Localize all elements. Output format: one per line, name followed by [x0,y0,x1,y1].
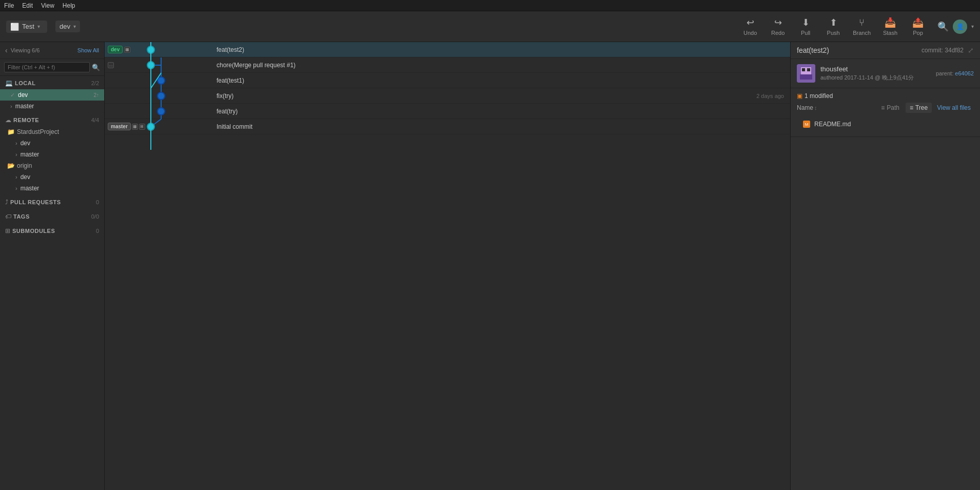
pop-button[interactable]: 📤 Pop [905,14,931,39]
local-section-title: LOCAL [15,80,89,86]
menu-view[interactable]: View [41,2,54,9]
commit-row-5[interactable]: feat(try) [105,104,790,119]
name-label: Name [797,104,813,111]
commit-msg-1: feat(test2) [212,46,784,53]
modified-section: ▣ 1 modified Name ↕ ≡ Path ≡ Tree View a… [791,88,980,137]
svg-point-16 [158,92,165,100]
stash-label: Stash [883,30,897,36]
menu-file[interactable]: File [4,2,14,9]
remote-origin-dev-label: dev [21,173,99,181]
remote-origin-master[interactable]: › master [0,183,104,194]
commit-details: thousfeet authored 2017-11-14 @ 晚上9点41分 … [791,59,980,88]
name-sort[interactable]: Name ↕ [797,104,817,111]
row-content-3: feat(test1) [212,77,790,84]
group-origin-label: origin [17,162,99,169]
parent-hash: e64062 [955,70,974,76]
sidebar-item-master[interactable]: › master [0,101,104,112]
author-name: thousfeet [820,65,931,73]
remote-stardustproject-master[interactable]: › master [0,149,104,160]
commit-row-1[interactable]: dev ▦ feat(test2) [105,42,790,57]
redo-button[interactable]: ↪ Redo [765,14,791,39]
commit-graph: dev ▦ feat(test2) [105,42,790,490]
row-svg-4 [105,88,212,104]
show-all-button[interactable]: Show All [77,47,99,53]
svg-rect-27 [807,68,810,71]
commit-row-6[interactable]: master ▦ ⊞ Initial commit [105,119,790,134]
remote-stardustproject-dev[interactable]: › dev [0,138,104,149]
repo-selector[interactable]: ⬜ Test ▾ [6,21,47,33]
tree-tab-label: Tree [915,104,928,111]
commit-row-4[interactable]: fix(try) 2 days ago [105,88,790,104]
svg-rect-28 [800,74,812,80]
user-avatar[interactable]: 👤 [953,19,967,34]
global-search-icon[interactable]: 🔍 [937,21,949,32]
tag-master: master [108,123,131,130]
file-status-icon: M [803,121,810,128]
toolbar-actions: ↩ Undo ↪ Redo ⬇ Pull ⬆ Push ⑂ Branch 📥 S… [737,14,931,39]
folder-icon: 📁 [7,128,15,135]
expand-icon[interactable]: ⤢ [968,46,974,54]
remote-stardustproject-master-label: master [21,151,99,158]
modified-count: 1 modified [805,92,833,100]
commit-msg-4: fix(try) [212,92,756,100]
local-master-label: master [15,103,96,110]
row-graph-4 [105,88,212,104]
tag-dev: dev [108,46,123,53]
pull-label: Pull [801,30,810,36]
pop-label: Pop [913,30,923,36]
undo-icon: ↩ [747,17,754,28]
row-graph-6: master ▦ ⊞ [105,119,212,134]
file-name-readme: README.md [814,121,851,128]
remote-section: ☁ REMOTE 4/4 📁 StardustProject › dev › m… [0,113,104,195]
branch-chevron-icon: ▾ [73,24,76,29]
commit-tags-1: dev ▦ [105,42,130,57]
view-all-files-button[interactable]: View all files [934,103,974,113]
user-chevron-icon[interactable]: ▾ [971,24,974,29]
commit-row-3[interactable]: feat(test1) [105,73,790,88]
undo-button[interactable]: ↩ Undo [737,14,763,39]
sidebar-item-dev[interactable]: ✓ dev 2↑ [0,89,104,101]
branch-arrow-icon3: › [15,174,17,180]
pop-icon: 📤 [912,17,924,28]
svg-rect-29 [803,71,809,74]
local-section: 💻 LOCAL 2/2 ✓ dev 2↑ › master [0,76,104,113]
svg-point-22 [147,123,154,130]
branch-button[interactable]: ⑂ Branch [848,14,876,39]
filter-input[interactable] [4,62,90,72]
local-section-header[interactable]: 💻 LOCAL 2/2 [0,77,104,89]
remote-section-header[interactable]: ☁ REMOTE 4/4 [0,114,104,126]
group-stardustproject[interactable]: 📁 StardustProject [0,126,104,138]
right-panel: feat(test2) commit: 34df82 ⤢ thousfeet a… [790,42,980,490]
pull-requests-section: ⤴ PULL REQUESTS 0 [0,195,104,209]
submodules-header[interactable]: ⊞ SUBMODULES 0 [0,225,104,237]
commit-msg-6: Initial commit [212,123,784,130]
file-item-readme[interactable]: M README.md [797,118,974,130]
tree-tab[interactable]: ≡ Tree [906,103,932,113]
branch-selector[interactable]: dev ▾ [55,21,80,32]
remote-origin-master-label: master [21,185,99,192]
menu-help[interactable]: Help [63,2,75,9]
pull-requests-header[interactable]: ⤴ PULL REQUESTS 0 [0,196,104,208]
pull-button[interactable]: ⬇ Pull [792,14,819,39]
stash-button[interactable]: 📥 Stash [877,14,904,39]
sort-icon: ↕ [814,105,817,111]
push-button[interactable]: ⬆ Push [820,14,847,39]
filter-search-icon[interactable]: 🔍 [92,64,100,71]
author-date: authored 2017-11-14 @ 晚上9点41分 [820,74,931,82]
commit-tags-2: … [105,57,114,73]
path-tab[interactable]: ≡ Path [877,103,904,113]
commit-row-2[interactable]: … chore(Merge pull request #1) [105,57,790,73]
branch-btn-label: Branch [853,30,871,36]
back-icon[interactable]: ‹ [5,46,8,54]
remote-section-title: REMOTE [13,117,89,123]
menu-edit[interactable]: Edit [22,2,33,9]
tag-master-icon2: ⊞ [139,124,145,130]
sidebar: ‹ Viewing 6/6 Show All 🔍 💻 LOCAL 2/2 ✓ d… [0,42,105,490]
toolbar-right: 🔍 👤 ▾ [937,19,974,34]
commit-msg-3: feat(test1) [212,77,784,84]
remote-origin-dev[interactable]: › dev [0,171,104,183]
group-origin[interactable]: 📂 origin [0,160,104,171]
tags-header[interactable]: 🏷 TAGS 0/0 [0,210,104,223]
path-tab-label: Path [887,104,899,111]
tree-tab-icon: ≡ [910,104,913,111]
